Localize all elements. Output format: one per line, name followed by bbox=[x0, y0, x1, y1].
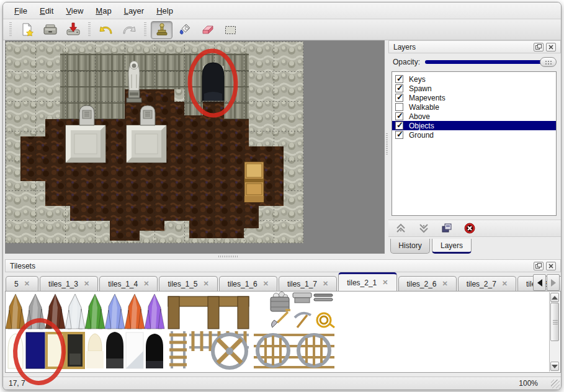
new-file-button[interactable] bbox=[16, 21, 38, 39]
tileset-tab[interactable]: tiles_2_1 ✕ bbox=[338, 272, 396, 291]
layer-row[interactable]: Objects bbox=[392, 121, 556, 130]
delete-layer-button[interactable] bbox=[462, 221, 477, 235]
tab-close-icon[interactable]: ✕ bbox=[143, 280, 149, 288]
toolbar-handle[interactable] bbox=[9, 22, 12, 37]
layer-row[interactable]: Above bbox=[392, 112, 556, 121]
save-button[interactable] bbox=[62, 21, 84, 39]
lower-layer-button[interactable] bbox=[416, 221, 431, 235]
tab-close-icon[interactable]: ✕ bbox=[203, 280, 208, 288]
tileset-scrollbar[interactable] bbox=[549, 292, 560, 372]
float-panel-button[interactable] bbox=[534, 262, 544, 270]
menu-item[interactable]: Help bbox=[150, 4, 179, 18]
scroll-down-button[interactable] bbox=[550, 362, 559, 371]
tileset-tab[interactable]: 5 ✕ bbox=[6, 276, 38, 291]
tombstone-left bbox=[79, 105, 94, 125]
tileset-tab-label: tiles_1_4 bbox=[108, 280, 138, 288]
menu-bar: File Edit View Map Layer Help bbox=[3, 2, 561, 19]
layer-name: Keys bbox=[409, 75, 426, 84]
eraser-tool-button[interactable] bbox=[197, 21, 218, 39]
opacity-slider-track[interactable] bbox=[425, 60, 555, 64]
opacity-slider[interactable] bbox=[425, 56, 557, 68]
layer-name: Walkable bbox=[409, 103, 439, 112]
tileset-canvas[interactable] bbox=[5, 291, 561, 373]
layer-list[interactable]: Keys Spawn Mapevents Walkable bbox=[392, 71, 557, 216]
menu-item[interactable]: Edit bbox=[34, 4, 60, 18]
open-button[interactable] bbox=[39, 21, 61, 39]
tile-barrel-skulls[interactable] bbox=[271, 292, 289, 312]
layer-row[interactable]: Ground bbox=[392, 130, 556, 140]
float-panel-button[interactable] bbox=[534, 43, 544, 51]
fill-tool-button[interactable] bbox=[174, 21, 195, 39]
menu-item[interactable]: View bbox=[60, 4, 89, 18]
layer-row[interactable]: Mapevents bbox=[392, 93, 556, 102]
layer-visibility-checkbox[interactable] bbox=[395, 122, 403, 130]
menu-item[interactable]: Map bbox=[89, 4, 117, 18]
tileset-tab[interactable]: tiles_1_5 ✕ bbox=[159, 276, 217, 291]
tileset-tab[interactable]: tiles_1_6 ✕ bbox=[219, 276, 277, 291]
grave-slab-right bbox=[127, 125, 166, 163]
close-panel-button[interactable] bbox=[546, 262, 556, 270]
triangle-left-icon bbox=[537, 279, 542, 287]
layer-visibility-checkbox[interactable] bbox=[395, 75, 403, 83]
menu-item[interactable]: File bbox=[8, 4, 34, 18]
menu-item[interactable]: Layer bbox=[118, 4, 151, 18]
tile-black-arch[interactable] bbox=[146, 334, 163, 368]
tileset-tab[interactable]: tiles_1_7 ✕ bbox=[279, 276, 337, 291]
tilesets-panel-title: Tilesets bbox=[10, 262, 531, 270]
drive-red-arrow-icon bbox=[65, 22, 81, 38]
tab-close-icon[interactable]: ✕ bbox=[382, 278, 388, 287]
layer-name: Objects bbox=[409, 122, 434, 130]
tileset-tab[interactable]: tiles_2_6 ✕ bbox=[398, 276, 457, 291]
tile-column-piece[interactable] bbox=[293, 293, 311, 303]
scroll-tabs-left-button[interactable] bbox=[533, 274, 546, 291]
layer-visibility-checkbox[interactable] bbox=[395, 84, 403, 92]
redo-button[interactable] bbox=[118, 21, 140, 39]
layer-visibility-checkbox[interactable] bbox=[395, 94, 403, 102]
dock-tab[interactable]: Layers bbox=[432, 239, 472, 254]
layer-row[interactable]: Spawn bbox=[392, 84, 556, 93]
opacity-slider-handle[interactable] bbox=[540, 57, 557, 67]
layer-row[interactable]: Keys bbox=[392, 74, 556, 84]
scroll-up-button[interactable] bbox=[550, 293, 559, 302]
scroll-tabs-right-button[interactable] bbox=[547, 274, 560, 291]
tile-door-dark[interactable] bbox=[66, 333, 84, 368]
undo-button[interactable] bbox=[95, 21, 117, 39]
close-panel-button[interactable] bbox=[546, 43, 556, 51]
chevron-down-double-icon bbox=[418, 223, 430, 234]
tile-white-slope[interactable] bbox=[126, 332, 143, 368]
tileset-tab[interactable]: tiles_1_3 ✕ bbox=[40, 276, 98, 291]
tab-close-icon[interactable]: ✕ bbox=[323, 280, 328, 288]
tileset-tab[interactable]: tiles_2_7 ✕ bbox=[458, 276, 516, 291]
select-tool-button[interactable] bbox=[220, 21, 241, 39]
tileset-tab[interactable]: tiles_1_4 ✕ bbox=[99, 276, 158, 291]
toolbar bbox=[3, 20, 561, 40]
map-canvas[interactable] bbox=[5, 40, 385, 254]
tab-close-icon[interactable]: ✕ bbox=[502, 280, 508, 288]
tileset-tab-label: tiles_2_7 bbox=[467, 280, 496, 288]
tileset-tab-label: tiles_1_6 bbox=[228, 280, 257, 288]
tab-close-icon[interactable]: ✕ bbox=[84, 280, 89, 288]
layer-visibility-checkbox[interactable] bbox=[395, 112, 403, 120]
layer-row[interactable]: Walkable bbox=[392, 102, 556, 112]
resize-grip[interactable] bbox=[551, 380, 560, 388]
tileset-render bbox=[6, 292, 545, 372]
duplicate-layer-button[interactable] bbox=[439, 221, 454, 235]
tab-close-icon[interactable]: ✕ bbox=[263, 280, 269, 288]
scrollbar-thumb[interactable] bbox=[550, 303, 559, 341]
layer-visibility-checkbox[interactable] bbox=[395, 131, 403, 139]
tab-close-icon[interactable]: ✕ bbox=[24, 280, 30, 288]
paint-bucket-icon bbox=[177, 22, 193, 38]
triangle-up-icon bbox=[552, 296, 558, 300]
tile-black-hood[interactable] bbox=[106, 332, 123, 368]
wooden-cabinet bbox=[244, 162, 264, 202]
cave-entrance bbox=[201, 63, 225, 104]
horizontal-splitter[interactable] bbox=[3, 254, 561, 259]
layer-visibility-checkbox[interactable] bbox=[395, 103, 403, 111]
dock-tab[interactable]: History bbox=[390, 239, 430, 254]
tab-close-icon[interactable]: ✕ bbox=[442, 280, 448, 288]
stamp-tool-button[interactable] bbox=[151, 21, 172, 39]
close-icon bbox=[548, 45, 553, 50]
triangle-down-icon bbox=[552, 365, 558, 368]
raise-layer-button[interactable] bbox=[393, 221, 408, 235]
tilesets-panel-titlebar: Tilesets bbox=[5, 259, 561, 272]
